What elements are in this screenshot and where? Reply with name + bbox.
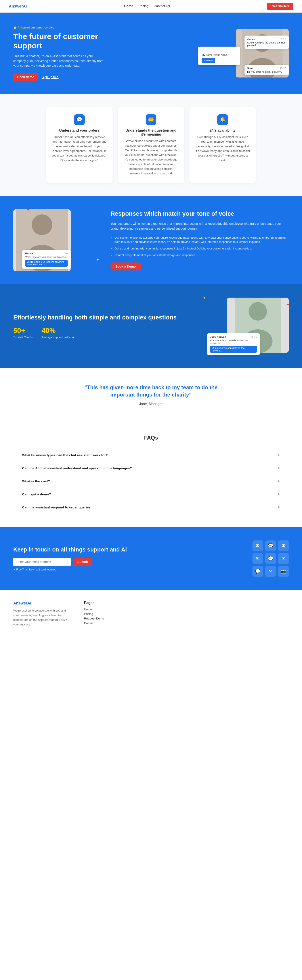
sarah-msg: Do you offer next day delivery? [247,70,286,73]
newsletter-icon-4: ✉ [252,553,263,564]
footer: AnswerAI We're excited to collaborate wi… [0,590,302,638]
nav-contact[interactable]: Contact Us [153,4,170,8]
james-time: 09:19 [280,38,286,40]
tone-chat-bubble: Rachel 10:20 What time are you open unti… [22,250,71,269]
hero-chat-new-message: New Message! My parcel didn't arrive Res… [198,46,240,65]
signup-button[interactable]: Sign up free [42,75,59,79]
newsletter-title: Keep in touch on all things support and … [13,546,244,553]
feature-card-understand: 🤲 Understands the question and it's mean… [118,107,184,183]
footer-brand: AnswerAI We're excited to collaborate wi… [13,601,71,627]
faq-plus-4: + [278,492,280,497]
faq-item-5[interactable]: Can the assistant respond to order queri… [22,501,280,514]
orders-icon: 💬 [74,115,85,125]
complex-chat-bubble: Judy Nguyen 08:15 Are you able to provid… [207,333,260,355]
footer-link-home[interactable]: Home [84,608,104,611]
understand-icon: 🤲 [146,115,156,125]
feature-desc-availability: Even though our AI assistant feels like … [195,135,251,162]
svg-point-4 [32,214,52,235]
testimonial-quote: "This has given more time back to my tea… [74,384,228,398]
footer-link-contact[interactable]: Contact [84,622,104,625]
hero-title: The future of customer support [13,32,106,50]
hero-chat-sarah: Sarah 13:20 Do you offer next day delive… [244,65,289,75]
stat-clients-label: Trusted Clients [13,336,33,339]
feature-title-availability: 24/7 availability [195,129,251,132]
rachel-msg2: We're open 9-5! Is there anything I can … [25,259,68,267]
feature-title-orders: Understand your orders [51,129,107,132]
footer-link-pricing[interactable]: Pricing [84,612,104,616]
newsletter-icon-7: 💬 [252,566,263,577]
star-decor-4: ✦ [286,302,290,307]
newsletter-icon-9: 📷 [278,566,289,577]
tone-left: ✦ ✦ Rachel 10:20 What time are you open … [13,209,97,271]
rachel-time: 10:20 [61,252,68,255]
footer-logo: AnswerAI [13,601,71,606]
newsletter-icon-1: ✉ [252,541,263,551]
testimonial-section: "This has given more time back to my tea… [0,368,302,422]
availability-icon: 🔔 [217,115,228,125]
faq-plus-2: + [278,466,280,471]
email-input[interactable] [13,558,71,566]
nav-logo: AnswerAI [9,4,27,9]
star-decor-2: ✦ [96,257,99,262]
newsletter-left: Keep in touch on all things support and … [13,546,244,571]
judy-msg1: Are you able to provide same day deliver… [210,339,257,344]
no-card-note: No credit card required [29,568,56,571]
faq-question-2: Can the AI chat assistant understand and… [22,466,132,470]
testimonial-author: Jane, Manager [13,402,289,406]
newsletter-note: ✔ Free Trial No credit card required [13,568,244,571]
feature-desc-orders: Our AI Assistant can effortlessly retrie… [51,135,107,162]
book-demo-button-tone[interactable]: Book a Demo [110,262,141,270]
tone-section: ✦ ✦ Rachel 10:20 What time are you open … [0,196,302,284]
rachel-name: Rachel [25,252,34,255]
faq-item-4[interactable]: Can I get a demo? + [22,488,280,501]
sarah-time: 13:20 [280,67,286,70]
hero-left: ⭐ AI-based customer service The future o… [13,26,106,81]
faq-plus-1: + [278,453,280,458]
svg-point-7 [249,302,267,321]
feature-card-availability: 🔔 24/7 availability Even though our AI a… [190,107,256,183]
book-demo-button[interactable]: Book demo [13,73,38,81]
tone-bullet-3: Control every element of your assistants… [110,253,289,258]
nav-pricing[interactable]: Pricing [138,4,149,8]
nav-links: Home Pricing Contact Us [124,4,170,8]
stat-clients: 50+ Trusted Clients [13,326,33,339]
tone-right: Responses which match your tone of voice… [110,210,289,270]
faq-plus-5: + [278,505,280,510]
sarah-name: Sarah [247,67,254,70]
faq-item-1[interactable]: What business types can the chat assista… [22,449,280,462]
nav-cta-button[interactable]: Get Started [267,3,293,10]
faq-item-3[interactable]: What is the cost? + [22,475,280,488]
faq-plus-3: + [278,479,280,484]
hero-section: ⭐ AI-based customer service The future o… [0,13,302,94]
newsletter-icon-3: ✉ [278,541,289,551]
rachel-msg1: What time are you open until please? [25,256,68,258]
nav-home[interactable]: Home [124,4,133,8]
james-name: James [247,38,255,40]
faq-title: FAQs [22,435,280,441]
stats: 50+ Trusted Clients 40% Average support … [13,326,192,339]
footer-link-demo[interactable]: Request Demo [84,617,104,620]
hero-chat-james: James 09:19 Could you give me details on… [244,35,289,49]
submit-button[interactable]: Submit [73,558,93,566]
star-decor-1: ✦ [27,207,30,212]
feature-card-orders: 💬 Understand your orders Our AI Assistan… [46,107,112,183]
faq-section: FAQs What business types can the chat as… [0,422,302,527]
newsletter-icon-2: 💬 [265,541,276,551]
stat-reduction-num: 40% [42,326,76,335]
complex-title: Effortlessly handling both simple and co… [13,313,192,321]
hero-badge: ⭐ AI-based customer service [13,26,106,29]
features-section: 💬 Understand your orders Our AI Assistan… [0,94,302,196]
newsletter-form: Submit [13,558,244,566]
resolve-button[interactable]: Resolve [201,58,215,63]
tone-desc: Your customers will enjoy an experience … [110,221,289,231]
tone-bullet-1: Our system efficiently absorbs your enti… [110,235,289,244]
footer-links: Pages Home Pricing Request Demo Contact [84,601,104,627]
faq-item-2[interactable]: Can the AI chat assistant understand and… [22,462,280,475]
footer-desc: We're excited to collaborate with you an… [13,608,71,627]
faq-question-3: What is the cost? [22,479,50,483]
stat-clients-num: 50+ [13,326,33,335]
complex-section: Effortlessly handling both simple and co… [0,284,302,368]
navbar: AnswerAI Home Pricing Contact Us Get Sta… [0,0,302,13]
feature-title-understand: Understands the question and it's meanin… [123,129,179,137]
newsletter-icon-8: ✉ [265,566,276,577]
